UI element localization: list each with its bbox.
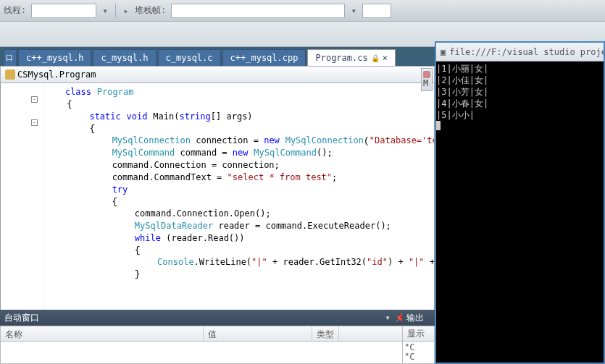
autos-grid[interactable] <box>0 342 420 364</box>
class-name: CSMysql.Program <box>17 69 96 80</box>
member-dropdown-collapsed[interactable]: M <box>421 68 433 91</box>
editor-margin: - - <box>1 83 44 347</box>
dropdown-icon[interactable]: ▾ <box>385 313 391 323</box>
tab-cpp-mysql-h[interactable]: c++_mysql.h <box>18 49 91 66</box>
close-icon[interactable]: × <box>383 53 388 63</box>
tab-program-cs[interactable]: Program.cs 🔒 × <box>307 49 395 66</box>
col-name[interactable]: 名称 <box>1 326 204 341</box>
debug-toolbar: 线程: ▾ ▸ 堆栈帧: ▾ <box>0 0 605 22</box>
stack-combo[interactable] <box>171 4 345 18</box>
console-titlebar[interactable]: ▣ file:///F:/visual studio project/CSMys <box>436 43 604 62</box>
dropdown-icon[interactable]: ▾ <box>348 5 359 17</box>
flag-icon[interactable]: ▸ <box>120 5 132 17</box>
autos-header[interactable]: 自动窗口 ▾ 📌 × <box>0 310 420 326</box>
lock-icon: 🔒 <box>371 54 380 62</box>
app-icon: ▣ <box>441 47 446 57</box>
code-content[interactable]: class Program { static void Main(string[… <box>44 83 434 347</box>
autos-title: 自动窗口 <box>4 312 39 324</box>
col-type[interactable]: 类型 <box>312 326 339 341</box>
autos-columns: 名称 值 类型 <box>0 326 420 342</box>
navigation-bar: CSMysql.Program ▾ <box>0 66 435 83</box>
cursor <box>436 121 441 130</box>
tab-label: Program.cs <box>315 53 367 63</box>
tab-overflow[interactable]: 口 <box>4 49 17 66</box>
output-header[interactable]: 输出 <box>402 310 435 326</box>
outline-toggle[interactable]: - <box>31 96 38 103</box>
separator <box>115 4 116 18</box>
class-icon <box>5 69 15 80</box>
output-pane: 输出 显示 "C "C <box>402 310 435 364</box>
editor-tabs: 口 c++_mysql.h c_mysql.h c_mysql.c c++_my… <box>0 47 435 66</box>
output-text[interactable]: "C "C <box>402 342 435 364</box>
outline-toggle[interactable]: - <box>31 119 38 126</box>
tab-c-mysql-c[interactable]: c_mysql.c <box>158 49 221 66</box>
thread-combo[interactable] <box>31 4 96 18</box>
thread-label: 线程: <box>4 4 26 17</box>
stack-label: 堆栈帧: <box>135 4 166 17</box>
col-value[interactable]: 值 <box>204 326 312 341</box>
console-path: file:///F:/visual studio project/CSMys <box>449 47 604 57</box>
code-editor[interactable]: - - class Program { static void Main(str… <box>0 83 435 348</box>
console-window: ▣ file:///F:/visual studio project/CSMys… <box>435 41 605 364</box>
small-combo[interactable] <box>362 4 391 18</box>
tab-cpp-mysql-cpp[interactable]: c++_mysql.cpp <box>222 49 306 66</box>
output-show-label: 显示 <box>402 326 435 342</box>
dropdown-icon[interactable]: ▾ <box>99 5 111 17</box>
autos-pane: 自动窗口 ▾ 📌 × 名称 值 类型 <box>0 310 420 364</box>
member-icon <box>423 71 430 78</box>
tab-c-mysql-h[interactable]: c_mysql.h <box>93 49 156 66</box>
class-selector[interactable]: CSMysql.Program <box>5 69 425 80</box>
console-output[interactable]: |1|小丽|女| |2|小佳|女| |3|小芳|女| |4|小春|女| |5|小… <box>436 62 604 363</box>
